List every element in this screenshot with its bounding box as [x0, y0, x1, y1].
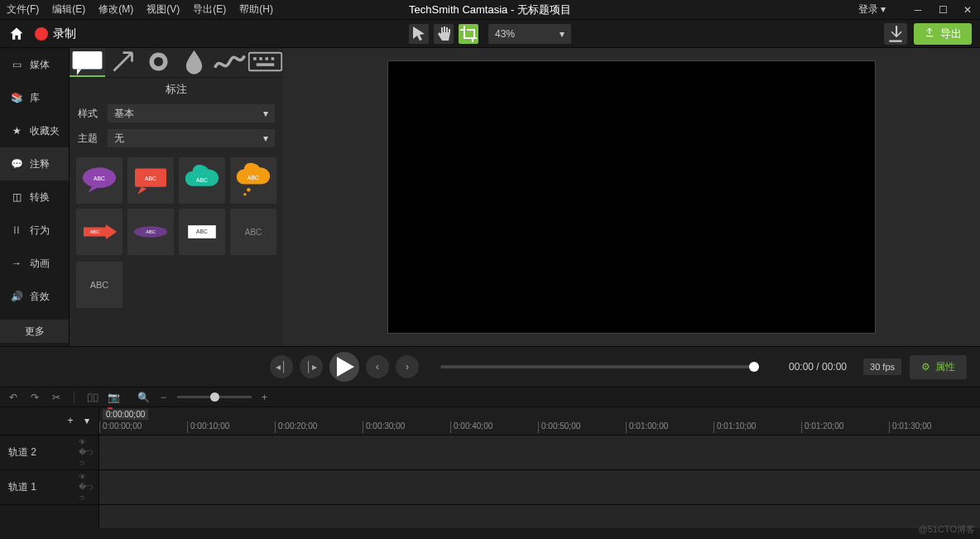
ruler-tick: 0:01:20;00 — [801, 421, 843, 433]
add-track-button[interactable]: + — [64, 415, 77, 428]
callout-thumb[interactable]: ABC — [76, 262, 122, 308]
svg-rect-8 — [257, 63, 275, 66]
play-button[interactable] — [329, 352, 359, 382]
sidebar-item-annotations[interactable]: 💬注释 — [0, 147, 69, 180]
sidebar-label: 收藏夹 — [30, 124, 60, 138]
track-magnet-icon[interactable]: ⊃ — [79, 493, 94, 502]
ruler-tick: 0:00:20;00 — [275, 421, 317, 433]
track-visible-icon[interactable]: 👁 — [79, 473, 94, 481]
callout-thumb[interactable]: ABC — [179, 157, 225, 204]
menu-modify[interactable]: 修改(M) — [98, 2, 133, 17]
prev-frame-button[interactable]: ◂│ — [270, 355, 293, 378]
track-header[interactable]: 轨道 1 👁�つ⊃ — [0, 470, 99, 504]
cursor-tool[interactable] — [409, 24, 429, 44]
sidebar-label: 库 — [30, 91, 40, 105]
sidebar-more[interactable]: 更多 — [0, 320, 69, 343]
redo-button[interactable]: ↷ — [28, 392, 41, 403]
track-lock-icon[interactable]: �つ — [79, 447, 94, 458]
callout-thumb[interactable]: ABC — [127, 157, 174, 204]
record-button[interactable]: 录制 — [35, 26, 76, 41]
sidebar-item-favorites[interactable]: ★收藏夹 — [0, 114, 69, 147]
style-select[interactable]: 基本▾ — [108, 104, 275, 123]
preview-canvas[interactable] — [387, 60, 876, 334]
tab-arrows[interactable] — [105, 48, 141, 77]
menu-edit[interactable]: 编辑(E) — [52, 2, 85, 17]
svg-text:ABC: ABC — [196, 229, 208, 234]
hand-tool[interactable] — [434, 24, 454, 44]
zoom-fit-button[interactable]: 🔍 — [137, 392, 151, 403]
annotation-icon: 💬 — [10, 157, 23, 171]
time-display: 00:00 / 00:00 — [781, 361, 855, 373]
zoom-out-button[interactable]: − — [157, 392, 171, 403]
track-header[interactable]: 轨道 2 👁�つ⊃ — [0, 436, 99, 469]
main-area: ▭媒体 📚库 ★收藏夹 💬注释 ◫转换 ⁞⁞行为 →动画 🔊音效 更多 标注 样… — [0, 48, 980, 346]
close-button[interactable]: ✕ — [962, 4, 973, 16]
cut-button[interactable]: ✂ — [50, 392, 63, 403]
next-frame-button[interactable]: │▸ — [300, 355, 323, 378]
next-marker-button[interactable]: › — [396, 355, 419, 378]
zoom-in-button[interactable]: + — [258, 392, 271, 403]
menu-file[interactable]: 文件(F) — [7, 2, 39, 17]
callout-thumb[interactable]: ABC — [76, 157, 122, 204]
callout-thumb[interactable]: ABC — [230, 209, 276, 255]
snapshot-button[interactable]: 📷 — [108, 392, 121, 403]
timeline-ruler[interactable]: 0:00:00;00 0:00:00;000:00:10;000:00:20;0… — [99, 407, 980, 435]
maximize-button[interactable]: ☐ — [937, 4, 949, 16]
window-title: TechSmith Camtasia - 无标题项目 — [409, 2, 571, 17]
properties-button[interactable]: ⚙ 属性 — [910, 355, 967, 379]
callout-thumb[interactable]: ABC — [127, 209, 174, 255]
track-label: 轨道 2 — [8, 445, 36, 460]
menu-help[interactable]: 帮助(H) — [239, 2, 273, 17]
ruler-tick: 0:01:30;00 — [889, 421, 931, 433]
svg-text:ABC: ABC — [146, 229, 156, 234]
sidebar-item-behaviors[interactable]: ⁞⁞行为 — [0, 214, 69, 247]
theme-select[interactable]: 无▾ — [108, 129, 275, 147]
undo-button[interactable]: ↶ — [7, 392, 20, 403]
ruler-tick: 0:01:10;00 — [713, 421, 756, 433]
prev-marker-button[interactable]: ‹ — [366, 355, 389, 378]
minimize-button[interactable]: ─ — [912, 4, 924, 16]
callout-thumb[interactable]: ABC — [76, 209, 122, 255]
scrub-bar[interactable] — [440, 365, 759, 368]
track-menu-button[interactable]: ▾ — [80, 415, 94, 428]
scrub-handle[interactable] — [749, 362, 759, 372]
fps-display: 30 fps — [863, 359, 901, 375]
callout-thumb[interactable]: ABC — [179, 209, 225, 255]
ruler-tick: 0:00:40;00 — [450, 421, 492, 433]
svg-rect-3 — [249, 53, 281, 71]
sidebar-label: 注释 — [30, 157, 50, 171]
home-button[interactable] — [8, 26, 25, 42]
track-body[interactable] — [99, 470, 980, 504]
tab-blur[interactable] — [176, 48, 212, 77]
track-row: 轨道 2 👁�つ⊃ — [0, 436, 980, 470]
crop-tool[interactable] — [459, 24, 478, 44]
svg-text:ABC: ABC — [145, 176, 156, 181]
zoom-slider-handle[interactable] — [210, 392, 219, 402]
playback-bar: ◂│ │▸ ‹ › 00:00 / 00:00 30 fps ⚙ 属性 — [0, 346, 980, 387]
track-lock-icon[interactable]: �つ — [79, 482, 94, 493]
timeline: + ▾ 0:00:00;00 0:00:00;000:00:10;000:00:… — [0, 407, 980, 528]
track-label: 轨道 1 — [8, 480, 36, 494]
sidebar-item-audio[interactable]: 🔊音效 — [0, 280, 69, 313]
menu-view[interactable]: 视图(V) — [147, 2, 180, 17]
track-magnet-icon[interactable]: ⊃ — [79, 459, 94, 467]
zoom-slider[interactable] — [177, 396, 252, 398]
export-button[interactable]: 导出 — [914, 23, 972, 45]
sidebar-item-library[interactable]: 📚库 — [0, 81, 69, 114]
track-body[interactable] — [99, 436, 980, 469]
download-button[interactable] — [884, 23, 907, 45]
callout-thumb[interactable]: ABC — [230, 157, 276, 204]
sidebar-item-media[interactable]: ▭媒体 — [0, 48, 69, 81]
menu-export[interactable]: 导出(E) — [193, 2, 226, 17]
tab-keystroke[interactable] — [247, 48, 283, 77]
sidebar-item-animations[interactable]: →动画 — [0, 247, 69, 280]
tab-callouts[interactable] — [70, 48, 105, 77]
login-menu[interactable]: 登录 ▾ — [858, 2, 886, 17]
split-button[interactable]: ⌷⌷ — [86, 392, 99, 403]
zoom-select[interactable]: 43% ▾ — [488, 24, 571, 44]
sidebar-item-transitions[interactable]: ◫转换 — [0, 180, 69, 214]
tab-shapes[interactable] — [141, 48, 176, 77]
tab-sketch[interactable] — [212, 48, 247, 77]
track-visible-icon[interactable]: 👁 — [79, 438, 94, 446]
style-value: 基本 — [114, 107, 134, 121]
